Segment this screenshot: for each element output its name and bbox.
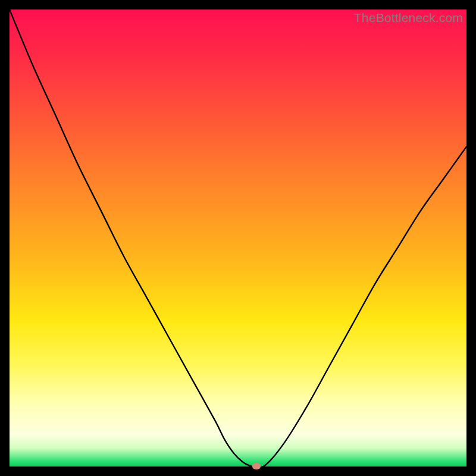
- curve-path: [10, 10, 466, 466]
- bottleneck-curve: [10, 10, 466, 466]
- optimum-marker: [252, 463, 261, 469]
- plot-area: TheBottleneck.com: [10, 10, 466, 466]
- chart-frame: TheBottleneck.com: [0, 0, 476, 476]
